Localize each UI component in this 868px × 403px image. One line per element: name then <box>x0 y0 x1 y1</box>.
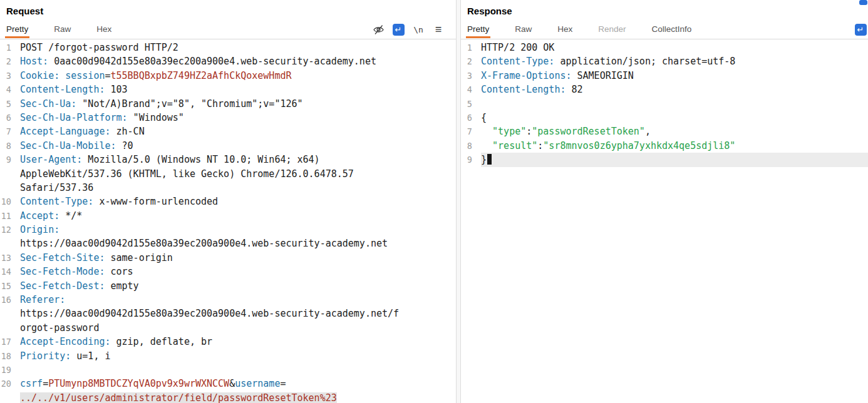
code-line[interactable]: 6{ <box>461 111 868 125</box>
code-line[interactable]: https://0aac00d9042d155e80a39ec200a900e4… <box>0 307 456 320</box>
line-number: 7 <box>461 125 472 138</box>
line-text[interactable]: Host: 0aac00d9042d155e80a39ec200a900e4.w… <box>20 54 456 68</box>
code-line[interactable]: 20csrf=PTUmynp8MBTDCZYqVA0pv9x9wrWXNCCW&… <box>0 377 456 390</box>
line-text[interactable]: Content-Length: 82 <box>481 83 868 96</box>
menu-icon[interactable]: ≡ <box>432 23 445 36</box>
line-text[interactable] <box>20 363 456 377</box>
line-number: 12 <box>0 223 11 237</box>
code-line[interactable]: 19 <box>0 363 456 377</box>
code-line[interactable]: 2Content-Type: application/json; charset… <box>461 54 868 68</box>
panel-splitter[interactable] <box>456 0 461 403</box>
request-title: Request <box>0 0 456 21</box>
code-line[interactable]: https://0aac00d9042d155e80a39ec200a900e4… <box>0 237 456 250</box>
request-editor[interactable]: 1POST /forgot-password HTTP/22Host: 0aac… <box>0 39 456 403</box>
line-number: 13 <box>0 251 11 265</box>
line-number: 18 <box>0 349 11 363</box>
tab-raw[interactable]: Raw <box>54 21 71 38</box>
code-line[interactable]: 4Content-Length: 103 <box>0 83 456 96</box>
line-text[interactable]: Content-Type: x-www-form-urlencoded <box>20 195 456 208</box>
code-line[interactable]: 18Priority: u=1, i <box>0 349 456 363</box>
code-line[interactable]: 11Accept: */* <box>0 209 456 223</box>
tab-pretty[interactable]: Pretty <box>467 21 489 38</box>
code-line[interactable]: 4Content-Length: 82 <box>461 83 868 96</box>
line-text[interactable]: Sec-Fetch-Dest: empty <box>20 279 456 293</box>
line-text[interactable]: Sec-Ch-Ua-Mobile: ?0 <box>20 139 456 153</box>
code-line[interactable]: 5Sec-Ch-Ua: "Not/A)Brand";v="8", "Chromi… <box>0 97 456 111</box>
code-line[interactable]: 1POST /forgot-password HTTP/2 <box>0 41 456 54</box>
tab-hex[interactable]: Hex <box>557 21 572 38</box>
code-line[interactable]: 8Sec-Ch-Ua-Mobile: ?0 <box>0 139 456 153</box>
code-line[interactable]: 9User-Agent: Mozilla/5.0 (Windows NT 10.… <box>0 153 456 166</box>
code-line[interactable]: 12Origin: <box>0 223 456 237</box>
line-text[interactable]: POST /forgot-password HTTP/2 <box>20 41 456 54</box>
word-wrap-glyph: ↵ <box>393 24 405 36</box>
line-text[interactable]: Sec-Fetch-Site: same-origin <box>20 251 456 265</box>
tab-raw[interactable]: Raw <box>515 21 532 38</box>
response-editor[interactable]: 1HTTP/2 200 OK2Content-Type: application… <box>461 39 868 403</box>
line-text[interactable]: csrf=PTUmynp8MBTDCZYqVA0pv9x9wrWXNCCW&us… <box>20 377 456 390</box>
line-text[interactable]: "type":"passwordResetToken", <box>481 125 868 138</box>
code-line[interactable]: 16Referer: <box>0 293 456 307</box>
line-text[interactable]: orgot-password <box>20 321 456 335</box>
line-text[interactable]: Referer: <box>20 293 456 307</box>
line-text[interactable]: Priority: u=1, i <box>20 349 456 363</box>
line-text[interactable]: AppleWebKit/537.36 (KHTML, like Gecko) C… <box>20 167 456 181</box>
line-text[interactable]: ../../v1/users/administrator/field/passw… <box>20 391 456 403</box>
line-number: 15 <box>0 279 11 293</box>
word-wrap-icon[interactable]: ↵ <box>854 23 867 36</box>
line-text[interactable]: "result":"sr8mnvos0z6ypha7yxhkdx4qe5sdjl… <box>481 139 868 153</box>
code-line[interactable]: 7 "type":"passwordResetToken", <box>461 125 868 138</box>
line-text[interactable]: User-Agent: Mozilla/5.0 (Windows NT 10.0… <box>20 153 456 166</box>
line-text[interactable]: Origin: <box>20 223 456 237</box>
line-number: 10 <box>0 195 11 208</box>
tab-hex[interactable]: Hex <box>96 21 111 38</box>
code-line[interactable]: 9} <box>461 153 868 166</box>
tab-render[interactable]: Render <box>598 21 626 38</box>
line-text[interactable]: Accept-Language: zh-CN <box>20 125 456 138</box>
code-line[interactable]: Safari/537.36 <box>0 181 456 195</box>
tab-collectinfo[interactable]: CollectInfo <box>652 21 692 38</box>
line-text[interactable]: Cookie: session=t55BBQBxpbZ749HZ2aAfhCkQ… <box>20 69 456 83</box>
line-text[interactable]: https://0aac00d9042d155e80a39ec200a900e4… <box>20 237 456 250</box>
code-line[interactable]: 1HTTP/2 200 OK <box>461 41 868 54</box>
line-text[interactable]: Content-Length: 103 <box>20 83 456 96</box>
line-text[interactable]: Sec-Ch-Ua-Platform: "Windows" <box>20 111 456 125</box>
line-text[interactable] <box>481 97 868 111</box>
line-text[interactable]: https://0aac00d9042d155e80a39ec200a900e4… <box>20 307 456 320</box>
code-line[interactable]: 14Sec-Fetch-Mode: cors <box>0 265 456 278</box>
line-text[interactable]: X-Frame-Options: SAMEORIGIN <box>481 69 868 83</box>
code-line[interactable]: ../../v1/users/administrator/field/passw… <box>0 391 456 403</box>
line-number: 2 <box>461 54 472 68</box>
code-line[interactable]: 5 <box>461 97 868 111</box>
eye-off-icon[interactable] <box>372 23 385 36</box>
code-line[interactable]: 3Cookie: session=t55BBQBxpbZ749HZ2aAfhCk… <box>0 69 456 83</box>
word-wrap-icon[interactable]: ↵ <box>392 23 405 36</box>
corner-icon[interactable] <box>859 0 867 5</box>
tab-pretty[interactable]: Pretty <box>6 21 28 38</box>
line-text[interactable]: { <box>481 111 868 125</box>
code-line[interactable]: 15Sec-Fetch-Dest: empty <box>0 279 456 293</box>
line-text[interactable]: Sec-Fetch-Mode: cors <box>20 265 456 278</box>
line-text[interactable]: Safari/537.36 <box>20 181 456 195</box>
code-line[interactable]: 17Accept-Encoding: gzip, deflate, br <box>0 335 456 349</box>
line-number: 16 <box>0 293 11 307</box>
code-line[interactable]: orgot-password <box>0 321 456 335</box>
line-number: 20 <box>0 377 11 390</box>
line-text[interactable]: } <box>481 153 868 166</box>
code-line[interactable]: 8 "result":"sr8mnvos0z6ypha7yxhkdx4qe5sd… <box>461 139 868 153</box>
line-text[interactable]: Accept-Encoding: gzip, deflate, br <box>20 335 456 349</box>
code-line[interactable]: 2Host: 0aac00d9042d155e80a39ec200a900e4.… <box>0 54 456 68</box>
line-text[interactable]: HTTP/2 200 OK <box>481 41 868 54</box>
line-text[interactable]: Content-Type: application/json; charset=… <box>481 54 868 68</box>
response-tabbar: PrettyRawHexRenderCollectInfo ↵ <box>461 21 868 39</box>
code-line[interactable]: 3X-Frame-Options: SAMEORIGIN <box>461 69 868 83</box>
line-text[interactable]: Accept: */* <box>20 209 456 223</box>
code-line[interactable]: 6Sec-Ch-Ua-Platform: "Windows" <box>0 111 456 125</box>
line-number: 19 <box>0 363 11 377</box>
code-line[interactable]: AppleWebKit/537.36 (KHTML, like Gecko) C… <box>0 167 456 181</box>
newline-chars-icon[interactable]: \n <box>412 23 425 36</box>
code-line[interactable]: 13Sec-Fetch-Site: same-origin <box>0 251 456 265</box>
line-text[interactable]: Sec-Ch-Ua: "Not/A)Brand";v="8", "Chromiu… <box>20 97 456 111</box>
code-line[interactable]: 7Accept-Language: zh-CN <box>0 125 456 138</box>
code-line[interactable]: 10Content-Type: x-www-form-urlencoded <box>0 195 456 208</box>
